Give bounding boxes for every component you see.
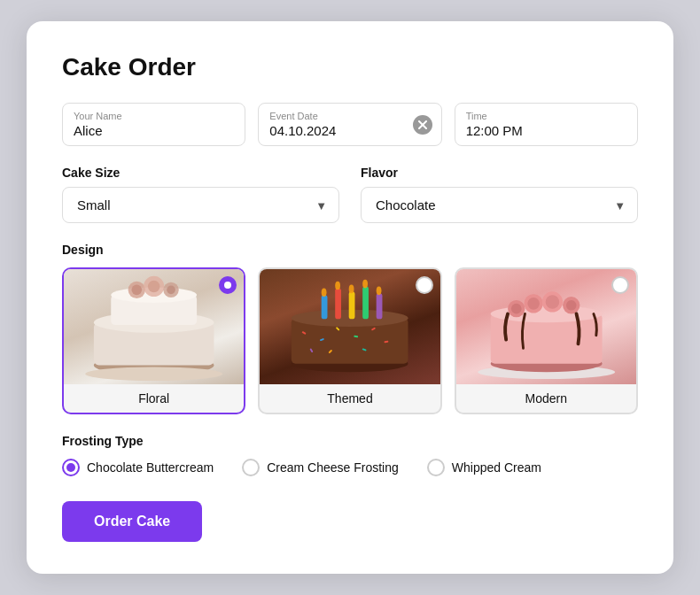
modern-name: Modern — [456, 384, 636, 413]
date-field-group: Event Date 04.10.2024 — [258, 103, 441, 146]
flavor-group: Flavor Vanilla Chocolate Strawberry Red … — [361, 166, 638, 223]
themed-cake-image — [260, 269, 439, 384]
svg-point-45 — [545, 295, 558, 308]
svg-rect-28 — [349, 291, 355, 319]
design-card-themed[interactable]: Themed — [258, 267, 441, 414]
svg-rect-26 — [322, 295, 328, 319]
design-card-floral[interactable]: Floral — [62, 267, 245, 414]
svg-rect-30 — [377, 293, 383, 319]
cake-size-select-wrapper: Small Medium Large ▼ — [62, 187, 339, 223]
svg-point-10 — [148, 281, 160, 293]
time-label: Time — [466, 111, 626, 121]
svg-point-32 — [336, 282, 341, 290]
svg-point-41 — [511, 304, 522, 314]
design-card-modern[interactable]: Modern — [455, 267, 638, 414]
date-label: Event Date — [269, 111, 430, 121]
design-grid: Floral — [62, 267, 638, 414]
cake-order-card: Cake Order Your Name Alice Event Date 04… — [27, 21, 673, 574]
svg-point-13 — [85, 367, 222, 381]
frosting-option-cream[interactable]: Cream Cheese Frosting — [242, 459, 399, 476]
svg-point-8 — [131, 285, 142, 296]
svg-point-31 — [322, 288, 327, 297]
date-value: 04.10.2024 — [269, 123, 430, 138]
flavor-label: Flavor — [361, 166, 638, 180]
time-value: 12:00 PM — [466, 123, 626, 138]
clear-date-button[interactable] — [413, 115, 432, 135]
cake-size-label: Cake Size — [62, 166, 339, 180]
frosting-radio-choc — [62, 459, 80, 476]
svg-point-35 — [377, 286, 382, 295]
frosting-choc-label: Chocolate Buttercream — [87, 460, 214, 475]
frosting-label: Frosting Type — [62, 434, 638, 448]
name-value: Alice — [74, 123, 234, 138]
flavor-select-wrapper: Vanilla Chocolate Strawberry Red Velvet … — [361, 187, 638, 223]
svg-point-47 — [566, 300, 577, 311]
modern-radio — [611, 276, 629, 294]
order-cake-button[interactable]: Order Cake — [62, 501, 202, 542]
name-label: Your Name — [74, 111, 234, 121]
frosting-radio-inner-choc — [66, 463, 75, 472]
frosting-radio-whipped — [427, 459, 445, 476]
frosting-option-choc[interactable]: Chocolate Buttercream — [62, 459, 214, 476]
page-title: Cake Order — [62, 53, 638, 81]
flavor-select[interactable]: Vanilla Chocolate Strawberry Red Velvet — [361, 187, 638, 223]
svg-rect-27 — [336, 288, 342, 319]
floral-name: Floral — [64, 384, 244, 413]
top-fields: Your Name Alice Event Date 04.10.2024 Ti… — [62, 103, 638, 146]
frosting-radio-cream — [242, 459, 260, 476]
frosting-cream-label: Cream Cheese Frosting — [267, 460, 399, 475]
selects-row: Cake Size Small Medium Large ▼ Flavor Va… — [62, 166, 638, 223]
frosting-radio-inner-whipped — [432, 463, 440, 472]
modern-cake-image — [456, 269, 636, 384]
svg-point-34 — [363, 280, 369, 289]
frosting-whipped-label: Whipped Cream — [452, 460, 541, 475]
name-field-group: Your Name Alice — [62, 103, 245, 146]
svg-rect-29 — [363, 286, 369, 319]
design-label: Design — [62, 243, 638, 257]
svg-point-33 — [349, 285, 354, 294]
themed-radio — [416, 276, 433, 294]
frosting-radio-inner-cream — [246, 463, 255, 472]
cake-size-group: Cake Size Small Medium Large ▼ — [62, 166, 339, 223]
frosting-options: Chocolate Buttercream Cream Cheese Frost… — [62, 459, 638, 476]
frosting-option-whipped[interactable]: Whipped Cream — [427, 459, 541, 476]
time-field-group: Time 12:00 PM — [455, 103, 638, 146]
themed-name: Themed — [260, 384, 439, 413]
svg-point-43 — [527, 298, 540, 310]
floral-cake-image — [64, 269, 244, 384]
cake-size-select[interactable]: Small Medium Large — [62, 187, 339, 223]
svg-point-12 — [167, 286, 175, 295]
